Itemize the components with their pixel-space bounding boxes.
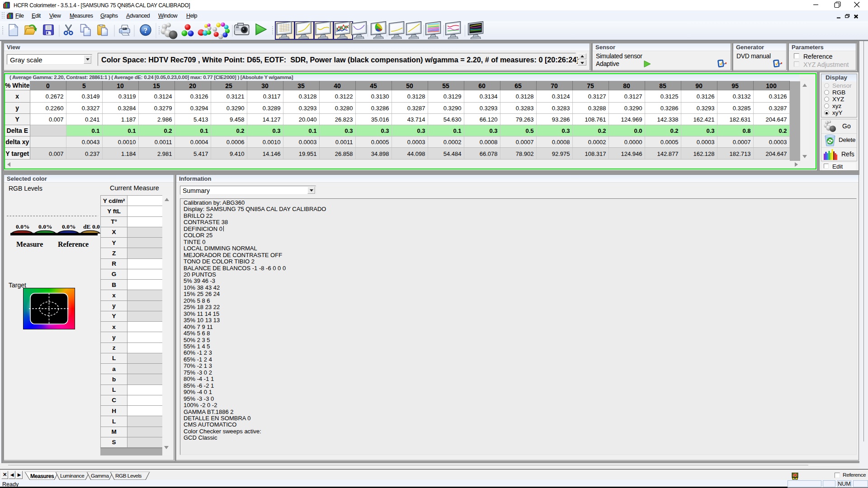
svg-text:0.0%: 0.0% bbox=[16, 224, 29, 230]
svg-text:0.0%: 0.0% bbox=[62, 224, 75, 230]
svg-text:dE 0.0: dE 0.0 bbox=[83, 224, 100, 230]
svg-text:?: ? bbox=[144, 26, 148, 35]
svg-text:RGB Levels: RGB Levels bbox=[115, 473, 142, 479]
svg-text:Luminance: Luminance bbox=[60, 473, 85, 479]
svg-text:Measures: Measures bbox=[30, 473, 54, 479]
svg-text:Gamma: Gamma bbox=[91, 473, 109, 479]
svg-text:0.0%: 0.0% bbox=[38, 224, 52, 230]
